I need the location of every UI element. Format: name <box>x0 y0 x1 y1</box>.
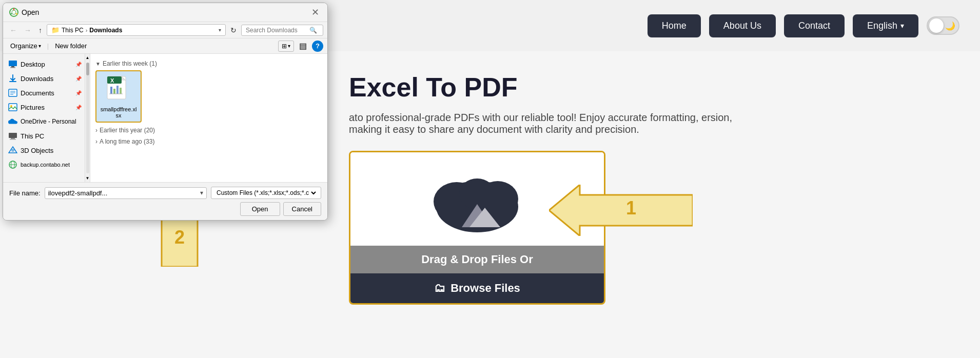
folder-icon: 📁 <box>51 26 60 34</box>
forward-button[interactable]: → <box>22 25 34 36</box>
expand-icon-3: › <box>95 138 97 145</box>
cancel-button[interactable]: Cancel <box>283 202 321 216</box>
group-label-thisyear: Earlier this year (20) <box>100 127 155 134</box>
back-button[interactable]: ← <box>7 25 19 36</box>
view-chevron-icon: ▾ <box>288 43 290 49</box>
page-description: ato professional-grade PDFs with our rel… <box>349 112 739 135</box>
svg-rect-38 <box>113 89 115 94</box>
sidebar-item-onedrive[interactable]: OneDrive - Personal <box>3 114 85 129</box>
pane-button[interactable]: ▤ <box>297 40 309 52</box>
path-chevron: ▾ <box>219 27 221 33</box>
filename-input[interactable] <box>48 189 200 197</box>
sidebar-scrollbar[interactable]: ▲ ▼ <box>85 54 90 182</box>
contact-button[interactable]: Contact <box>784 14 845 37</box>
dialog-files-area: ▼ Earlier this week (1) <box>90 54 327 182</box>
3dobjects-icon <box>8 146 17 155</box>
address-path[interactable]: 📁 This PC › Downloads ▾ <box>47 24 226 36</box>
sidebar-item-backup[interactable]: backup.contabo.net <box>3 157 85 172</box>
sidebar-thispc-label: This PC <box>21 132 44 140</box>
sidebar-item-documents[interactable]: Documents 📌 <box>3 86 85 100</box>
browse-files-button[interactable]: 🗂 Browse Files <box>350 273 604 303</box>
pin-icon-3: 📌 <box>75 90 82 96</box>
svg-rect-17 <box>9 81 16 82</box>
svg-rect-15 <box>11 66 14 67</box>
dialog-close-button[interactable]: ✕ <box>309 6 321 18</box>
about-button[interactable]: About Us <box>709 14 776 37</box>
dialog-addressbar: ← → ↑ 📁 This PC › Downloads ▾ ↻ 🔍 <box>3 22 327 38</box>
documents-icon <box>8 88 17 97</box>
thispc-icon <box>8 131 17 141</box>
dialog-title-text: Open <box>22 8 39 16</box>
sidebar-item-downloads[interactable]: Downloads 📌 <box>3 71 85 86</box>
svg-rect-16 <box>10 67 15 68</box>
expand-icon: ▼ <box>95 61 101 67</box>
drop-zone[interactable]: Drag & Drop Files Or 🗂 Browse Files <box>349 151 605 305</box>
pin-icon-4: 📌 <box>75 105 82 110</box>
drop-zone-visual <box>350 152 604 246</box>
group-header-thisyear[interactable]: › Earlier this year (20) <box>95 125 322 136</box>
sidebar-item-desktop[interactable]: Desktop 📌 <box>3 57 85 71</box>
help-button[interactable]: ? <box>312 41 323 52</box>
organize-label: Organize <box>10 42 37 50</box>
svg-line-13 <box>10 13 12 14</box>
browse-icon: 🗂 <box>434 282 445 295</box>
excel-file-icon: X <box>103 74 134 105</box>
file-name-xlsx: smallpdffree.xlsx <box>100 106 138 118</box>
home-button[interactable]: Home <box>648 14 701 37</box>
filename-label: File name: <box>9 189 41 197</box>
refresh-button[interactable]: ↻ <box>228 25 239 36</box>
dialog-toolbar: Organize ▾ | New folder ⊞ ▾ ▤ ? <box>3 38 327 54</box>
file-dialog: Open ✕ ← → ↑ 📁 This PC › Downloads ▾ ↻ 🔍… <box>3 3 328 221</box>
scroll-track <box>86 63 89 173</box>
drag-label-text: Drag & Drop Files Or <box>421 253 533 266</box>
page-title: Excel To PDF <box>349 72 949 103</box>
sidebar-item-thispc[interactable]: This PC <box>3 129 85 143</box>
view-icon: ⊞ <box>282 43 287 50</box>
new-folder-button[interactable]: New folder <box>52 41 90 51</box>
search-input[interactable] <box>246 27 307 34</box>
dialog-titlebar: Open ✕ <box>3 3 327 22</box>
drag-drop-label: Drag & Drop Files Or <box>350 246 604 273</box>
path-downloads: Downloads <box>89 27 122 34</box>
sidebar-item-pictures[interactable]: Pictures 📌 <box>3 100 85 114</box>
dialog-sidebar: Desktop 📌 Downloads 📌 Documents 📌 <box>3 54 85 182</box>
onedrive-icon <box>8 117 17 126</box>
group-header-longtimeago[interactable]: › A long time ago (33) <box>95 136 322 147</box>
up-button[interactable]: ↑ <box>36 25 45 36</box>
desktop-icon <box>8 59 17 69</box>
filename-dropdown-button[interactable]: ▾ <box>200 189 203 196</box>
language-label: English <box>867 21 897 31</box>
toggle-knob <box>929 18 944 33</box>
svg-rect-26 <box>10 139 16 140</box>
sidebar-downloads-label: Downloads <box>21 75 53 83</box>
help-label: ? <box>316 42 320 50</box>
filename-input-wrap[interactable]: ▾ <box>45 187 207 199</box>
organize-chevron-icon: ▾ <box>38 43 41 49</box>
svg-line-12 <box>16 13 18 14</box>
organize-button[interactable]: Organize ▾ <box>7 41 44 51</box>
dialog-title: Open <box>9 8 39 17</box>
filetype-select-wrap[interactable]: Custom Files (*.xls;*.xlsx;*.ods;*.c <box>211 187 321 199</box>
path-this-pc: This PC <box>62 27 84 34</box>
filename-row: File name: ▾ Custom Files (*.xls;*.xlsx;… <box>9 187 321 199</box>
language-button[interactable]: English ▾ <box>853 14 918 37</box>
moon-icon: 🌙 <box>945 21 955 31</box>
svg-rect-24 <box>9 133 17 138</box>
dialog-actions: Open Cancel <box>9 202 321 216</box>
file-item-xlsx[interactable]: X smallpdffree.xlsx <box>95 70 142 123</box>
sidebar-pictures-label: Pictures <box>21 104 45 111</box>
svg-rect-25 <box>11 138 15 139</box>
filetype-select[interactable]: Custom Files (*.xls;*.xlsx;*.ods;*.c <box>214 189 318 197</box>
svg-rect-35 <box>107 76 122 84</box>
new-folder-label: New folder <box>55 42 87 50</box>
open-button[interactable]: Open <box>240 202 280 216</box>
sidebar-desktop-label: Desktop <box>21 61 45 68</box>
chevron-down-icon: ▾ <box>900 22 904 30</box>
pictures-icon <box>8 103 17 112</box>
sidebar-item-3dobjects[interactable]: 3D Objects <box>3 143 85 157</box>
group-header-thisweek[interactable]: ▼ Earlier this week (1) <box>95 58 322 68</box>
view-button[interactable]: ⊞ ▾ <box>278 41 294 52</box>
sidebar-3dobjects-label: 3D Objects <box>21 147 53 154</box>
sidebar-documents-label: Documents <box>21 89 54 97</box>
theme-toggle[interactable]: 🌙 <box>927 16 959 35</box>
